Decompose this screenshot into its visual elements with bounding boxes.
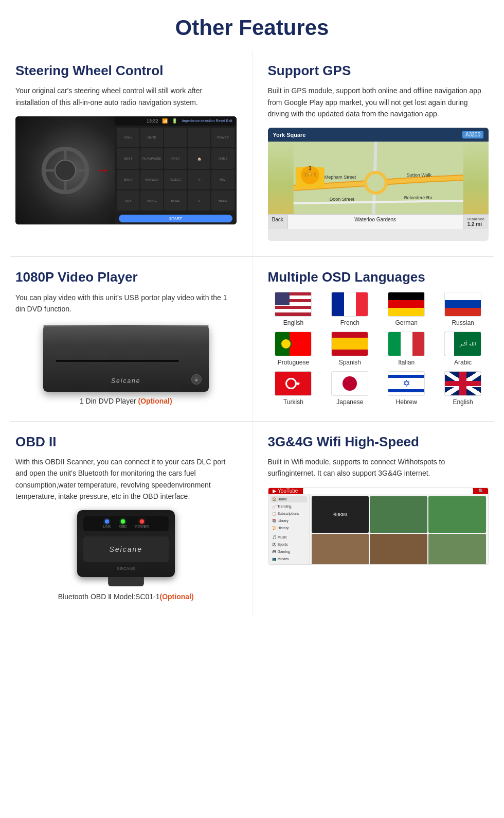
lang-label-hebrew: Hebrew (396, 398, 417, 406)
wifi-image: ▶ YouTube 🔍 🏠 Home 📈 Trending 📋 Subscrip… (268, 488, 489, 565)
wifi-desc: Built in Wifi module, supports to connec… (268, 456, 489, 479)
video-title: 1080P Video Player (15, 269, 237, 285)
flag-turkey (275, 371, 312, 396)
lang-label-turkish: Turkish (283, 398, 303, 406)
dvd-brand: Seicane (111, 377, 140, 385)
svg-text:Mepham Street: Mepham Street (324, 175, 356, 180)
lang-item-french: French (324, 292, 375, 326)
flag-arabic: الله أكبر (444, 332, 481, 356)
svg-text:Sutton Walk: Sutton Walk (406, 172, 431, 178)
svg-text:Belvedere Ro: Belvedere Ro (404, 195, 432, 200)
video-desc: You can play video with this unit's USB … (15, 292, 237, 315)
gps-desc: Built in GPS module, support both online… (268, 85, 489, 119)
flag-russia (444, 292, 481, 317)
flag-spain (331, 332, 368, 356)
lang-item-russian: Russian (437, 292, 489, 326)
svg-point-1 (55, 160, 76, 181)
wifi-title: 3G&4G Wifi High-Speed (268, 434, 489, 450)
svg-text:3: 3 (308, 166, 311, 171)
lang-item-english-uk: English (437, 371, 489, 406)
gps-distance-label: Distance (467, 217, 484, 221)
lang-label-spanish: Spanish (339, 359, 361, 366)
flag-portugal (275, 332, 312, 356)
dvd-caption: 1 Din DVD Player (Optional) (15, 397, 237, 405)
svg-rect-17 (445, 372, 481, 396)
lang-item-german: German (381, 292, 432, 326)
lang-label-russian: Russian (452, 319, 474, 326)
obd-caption: Bluetooth OBD Ⅱ Model:SC01-1(Optional) (15, 593, 237, 601)
gps-image: York Square A3200 Mepham Street (268, 128, 489, 241)
steering-image: → 13:32 📶 🔋 Impedance selection Reset Ex… (15, 116, 237, 224)
lang-label-french: French (340, 319, 359, 326)
flag-israel: ✡ (388, 371, 425, 396)
gps-destination: Waterloo Gardens (288, 215, 463, 229)
lang-item-turkish: Turkish (268, 371, 319, 406)
lang-item-hebrew: ✡ Hebrew (381, 371, 432, 406)
gps-back-button[interactable]: Back (268, 215, 288, 229)
lang-label-german: German (395, 319, 418, 326)
flag-uk (444, 371, 481, 396)
flag-japan (331, 371, 368, 396)
osd-title: Multiple OSD Languages (268, 269, 489, 285)
dvd-player-image: Seicane ▲ (43, 325, 209, 392)
lang-label-italian: Italian (398, 359, 415, 366)
lang-item-italian: Italian (381, 332, 432, 366)
languages-grid: English French (268, 292, 489, 406)
svg-text:↑: ↑ (308, 170, 312, 179)
obd-brand: Seicane (109, 545, 142, 553)
dvd-eject-button[interactable]: ▲ (191, 374, 202, 385)
gps-distance: 1.2 mi (467, 221, 484, 227)
flag-france (331, 292, 368, 317)
lang-item-arabic: الله أكبر Arabic (437, 332, 489, 366)
svg-point-7 (365, 172, 386, 193)
flag-germany (388, 292, 425, 317)
gps-title: Support GPS (268, 63, 489, 79)
lang-item-spanish: Spanish (324, 332, 375, 366)
obd-desc: With this OBDII Scanner, you can connect… (15, 456, 237, 502)
lang-label-arabic: Arabic (454, 359, 472, 366)
steering-desc: Your original car's steering wheel contr… (15, 85, 237, 108)
flag-italy (388, 332, 425, 356)
lang-item-english: English (268, 292, 319, 326)
gps-location: York Square (273, 132, 306, 138)
lang-item-portuguese: Protuguese (268, 332, 319, 366)
obd-title: OBD II (15, 434, 237, 450)
page-title: Other Features (0, 0, 504, 50)
svg-text:Doon Street: Doon Street (329, 197, 354, 202)
gps-road: A3200 (462, 131, 483, 138)
lang-label-japanese: Japanese (336, 398, 363, 406)
start-button[interactable]: START (119, 215, 232, 222)
lang-label-portuguese: Protuguese (278, 359, 309, 366)
lang-label-english-uk: English (453, 398, 473, 406)
lang-label-english: English (283, 319, 303, 326)
flag-us (275, 292, 312, 317)
steering-title: Steering Wheel Control (15, 63, 237, 79)
obd-image: LINK OBD POWER Seicane (77, 510, 175, 586)
lang-item-japanese: Japanese (324, 371, 375, 406)
